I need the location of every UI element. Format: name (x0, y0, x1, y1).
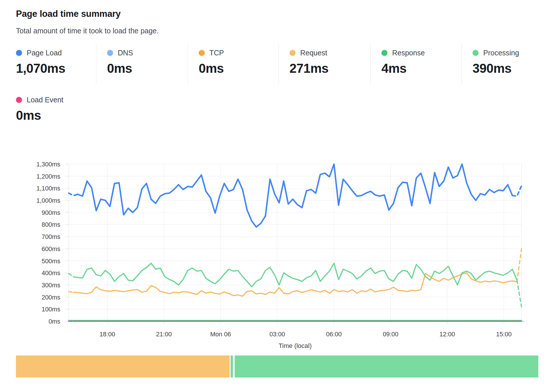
x-axis-label: Mon 06 (210, 331, 231, 338)
page-load-summary-widget: 0ms100ms200ms300ms400ms500ms600ms700ms80… (0, 0, 554, 392)
y-axis-label: 900ms (41, 209, 60, 216)
metric-label: DNS (118, 49, 133, 57)
metric-divider (96, 44, 96, 84)
x-axis-label: 15:00 (496, 331, 512, 338)
metric-load-event[interactable]: Load Event 0ms (16, 96, 64, 123)
load-event-dot-icon (16, 97, 22, 103)
y-axis-label: 600ms (41, 246, 60, 253)
response-dot-icon (381, 50, 388, 56)
y-axis-label: 1,100ms (37, 185, 60, 192)
load-time-chart[interactable]: 0ms100ms200ms300ms400ms500ms600ms700ms80… (0, 0, 554, 392)
metric-tcp[interactable]: TCP 0ms (199, 49, 224, 76)
x-axis-label: 03:00 (269, 331, 285, 338)
x-axis-label: 09:00 (383, 331, 399, 338)
metric-label: Page Load (27, 49, 62, 57)
status-segment-passing-window[interactable] (235, 355, 538, 378)
x-axis-label: 21:00 (156, 331, 172, 338)
status-segment-passing-sliver[interactable] (231, 355, 233, 378)
y-axis-label: 0ms (48, 318, 60, 325)
y-axis-label: 100ms (41, 306, 60, 313)
x-axis-title: Time (local) (278, 342, 312, 349)
y-axis-label: 300ms (41, 282, 60, 289)
status-bar[interactable] (16, 355, 538, 378)
y-axis-label: 400ms (41, 270, 60, 277)
metric-processing[interactable]: Processing 390ms (472, 49, 519, 76)
y-axis-label: 800ms (41, 221, 60, 228)
metric-label: TCP (209, 49, 224, 57)
x-axis-label: 18:00 (99, 331, 115, 338)
series-page-load-line[interactable] (513, 186, 522, 196)
series-request-line[interactable] (69, 292, 73, 292)
series-processing-line[interactable] (517, 280, 522, 307)
metric-value: 1,070ms (16, 61, 65, 76)
series-processing-line[interactable] (69, 273, 73, 277)
metric-divider (278, 44, 279, 84)
x-axis-label: 12:00 (439, 331, 455, 338)
series-page-load-line[interactable] (69, 193, 78, 195)
y-axis-label: 1,000ms (37, 197, 60, 204)
metric-value: 390ms (472, 61, 519, 76)
metric-request[interactable]: Request 271ms (289, 49, 329, 76)
metric-value: 0ms (16, 108, 64, 123)
dns-dot-icon (107, 50, 113, 56)
metric-value: 4ms (381, 61, 425, 76)
x-axis-label: 06:00 (326, 331, 342, 338)
y-axis-label: 700ms (41, 233, 60, 240)
series-processing-line[interactable] (73, 263, 517, 287)
tcp-dot-icon (199, 50, 205, 56)
series-request-line[interactable] (73, 273, 517, 296)
y-axis-label: 1,200ms (37, 173, 60, 180)
page-load-dot-icon (16, 50, 22, 56)
metric-value: 0ms (107, 61, 133, 76)
page-subtitle: Total amount of time it took to load the… (16, 27, 159, 35)
metric-label: Load Event (27, 96, 64, 104)
y-axis-label: 1,300ms (37, 161, 60, 168)
metric-page-load[interactable]: Page Load 1,070ms (16, 49, 65, 76)
metric-divider (188, 44, 188, 84)
status-segment-degraded-window[interactable] (16, 355, 230, 378)
series-request-line[interactable] (517, 249, 522, 282)
page-title: Page load time summary (16, 9, 121, 19)
chart-area: 0ms100ms200ms300ms400ms500ms600ms700ms80… (0, 0, 554, 392)
metric-label: Processing (483, 49, 519, 57)
metric-dns[interactable]: DNS 0ms (107, 49, 133, 76)
y-axis-label: 200ms (41, 294, 60, 301)
processing-dot-icon (472, 50, 479, 56)
metric-value: 271ms (289, 61, 329, 76)
metric-response[interactable]: Response 4ms (381, 49, 425, 76)
metric-divider (370, 44, 371, 84)
y-axis-label: 500ms (41, 258, 60, 265)
metric-divider (461, 44, 462, 84)
metric-label: Response (392, 49, 425, 57)
metric-value: 0ms (199, 61, 224, 76)
request-dot-icon (289, 50, 296, 56)
metric-label: Request (300, 49, 327, 57)
